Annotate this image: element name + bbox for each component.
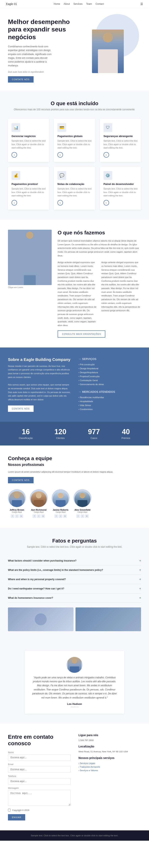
hero-quote: Duis aute irure dolor in reprehenderit <box>8 71 52 73</box>
member-0-facebook[interactable]: f <box>11 515 14 518</box>
team-intro: Conheça a equipe Nossos profissionais Lo… <box>8 455 141 483</box>
included-subtitle: Oferecemos mais de 100 recursos prontos … <box>8 108 141 111</box>
member-0-twitter[interactable]: t <box>15 515 19 518</box>
hero-cta-button[interactable]: CONTATE NÓS <box>8 76 33 83</box>
services-list: Pré-construção Design Arquitetural Desig… <box>78 363 141 386</box>
contact-service-2[interactable]: Serviços e Valores <box>78 769 141 772</box>
nav-logo[interactable]: Eagle 01 <box>6 2 17 5</box>
faq-question-2: Where and when is my personal property c… <box>8 578 66 581</box>
contact-service-0[interactable]: Serviços Legais <box>78 762 141 765</box>
email-input[interactable] <box>8 766 71 773</box>
faq-item-3[interactable]: Do I need earthquake coverage? How can I… <box>8 584 141 593</box>
member-2-twitter[interactable]: t <box>59 515 63 518</box>
about-desc1: Nossa missão é ser parceiro de sucesso. … <box>8 364 71 379</box>
contact-info-area: Ligue para nós 1.506.787.2800 Localizaçã… <box>78 734 141 820</box>
card-3-arrow[interactable]: › <box>11 200 17 206</box>
member-1-linkedin[interactable]: in <box>41 515 45 518</box>
nav-link-team[interactable]: Team <box>86 3 92 5</box>
member-0-photo <box>8 489 26 507</box>
nav-link-about[interactable]: About <box>64 3 70 5</box>
faq-chevron-2: + <box>139 578 141 581</box>
form-checkbox-group: Copyright © 2019 <box>8 809 71 811</box>
member-2-name: Janine Roberts <box>52 509 70 511</box>
hero-person-image <box>89 28 127 73</box>
faq-item-0[interactable]: What factors should I consider when purc… <box>8 556 141 565</box>
team-subtitle: Nossos profissionais <box>8 463 141 467</box>
what-layout: Clique em Lorem O que nós fazemos Dli ve… <box>8 230 141 338</box>
testimonial-image <box>67 657 82 673</box>
faq-item-4[interactable]: What do homeowners insurance cover? + <box>8 593 141 603</box>
member-3-facebook[interactable]: f <box>76 515 80 518</box>
faq-chevron-1: + <box>139 568 141 572</box>
card-4-arrow[interactable]: › <box>57 200 63 206</box>
contact-service-1[interactable]: Traduções Aeroporto <box>78 765 141 769</box>
card-0-arrow[interactable]: › <box>11 152 17 158</box>
included-section: O que está incluído Oferecemos mais de 1… <box>0 91 149 220</box>
phone-section-title: Ligue para nós <box>78 734 141 737</box>
card-5-arrow[interactable]: › <box>103 200 109 206</box>
form-group-message: Mensagem <box>8 787 71 806</box>
phone-input[interactable] <box>8 778 71 784</box>
what-caption: Clique em Lorem <box>8 286 52 288</box>
stat-0-number: 16 <box>19 428 33 436</box>
stat-2-number: 977 <box>88 428 100 436</box>
form-checkbox[interactable] <box>8 809 10 811</box>
included-title: O que está incluído <box>8 100 141 106</box>
about-title: Sobre a Eagle Building Company <box>8 358 71 362</box>
location-section-title: Localização <box>78 745 141 748</box>
form-group-phone: Telefone <box>8 775 71 784</box>
stat-1: 120 Clientes <box>54 428 66 439</box>
markets-title: → MERCADOS ATENDIDOS <box>78 390 141 394</box>
member-3-twitter[interactable]: t <box>81 515 84 518</box>
nav-link-home[interactable]: Home <box>54 3 60 5</box>
card-0-icon: 📊 <box>11 123 20 132</box>
service-item-2: Design/Arquitetura <box>78 370 141 374</box>
member-3-photo <box>74 489 91 507</box>
about-cta-button[interactable]: CONTATE NÓS <box>8 405 33 412</box>
card-3: 💰 Pagamentos prontos! Sample text. Click… <box>8 167 49 210</box>
faq-image-1 <box>75 608 141 631</box>
nav-link-contact[interactable]: Contact <box>96 3 104 5</box>
card-2-arrow[interactable]: › <box>103 152 109 158</box>
submit-button[interactable]: ENVIAR <box>8 814 25 820</box>
market-item-0: Residências multifamiliar <box>78 395 141 399</box>
nav-link-services[interactable]: Services <box>73 3 82 5</box>
team-layout: Conheça a equipe Nossos profissionais Lo… <box>8 455 141 483</box>
card-1-title: Pagamentos globais <box>57 135 91 137</box>
faq-title: Fatos e perguntas <box>8 538 141 544</box>
member-1-twitter[interactable]: t <box>37 515 41 518</box>
member-2-facebook[interactable]: f <box>54 515 58 518</box>
team-description: Lorem ipsum sit amet consectetur adipisc… <box>8 470 141 474</box>
service-item-1: Design Arquitetural <box>78 367 141 370</box>
team-section: Conheça a equipe Nossos profissionais Lo… <box>0 445 149 528</box>
hero-section: Melhor desempenho para expandir seus neg… <box>0 8 149 91</box>
team-members: Jeffrey Brown Cargo Aqui f t in Ayn Rich… <box>8 489 141 518</box>
message-textarea[interactable] <box>8 790 71 806</box>
person-silhouette <box>8 230 52 285</box>
contact-layout: Entre em contato conosco Nome Email Tele… <box>8 734 141 820</box>
service-item-0: Pré-construção <box>78 363 141 367</box>
team-cta-button[interactable]: CONTATE NÓS <box>8 477 33 483</box>
testimonial-role: — — — <box>31 706 118 708</box>
card-1-arrow[interactable]: › <box>57 152 63 158</box>
member-2-linkedin[interactable]: in <box>63 515 67 518</box>
what-cta-button[interactable]: CONSULTE MAIS ORIENTAÇÕES <box>58 331 105 338</box>
member-3-linkedin[interactable]: in <box>85 515 89 518</box>
contact-location-group: Localização West Road, 51 Avenua, New Yo… <box>78 745 141 753</box>
name-input[interactable] <box>8 754 71 761</box>
form-checkbox-label: Copyright © 2019 <box>12 809 29 811</box>
stat-0: 16 Classificação <box>19 428 33 439</box>
stat-1-label: Clientes <box>54 437 66 439</box>
card-2-text: Sample text. Click to select the text bo… <box>103 139 138 150</box>
member-0-linkedin[interactable]: in <box>20 515 23 518</box>
form-group-name: Nome <box>8 751 71 761</box>
what-col-left: Amigo ardente obrigad expressou que os h… <box>58 260 97 327</box>
faq-item-2[interactable]: Where and when is my personal property c… <box>8 575 141 584</box>
about-content: Sobre a Eagle Building Company Nossa mis… <box>8 358 71 412</box>
member-1: Ayn Richmond Cargo Aqui f t in <box>30 489 48 518</box>
hamburger-icon[interactable]: ☰ <box>141 2 143 5</box>
faq-question-3: Do I need earthquake coverage? How can I… <box>8 587 64 590</box>
faq-item-1[interactable]: What are the policy limits (i.e., covera… <box>8 565 141 575</box>
member-1-facebook[interactable]: f <box>32 515 36 518</box>
card-3-icon: 💰 <box>11 171 20 180</box>
